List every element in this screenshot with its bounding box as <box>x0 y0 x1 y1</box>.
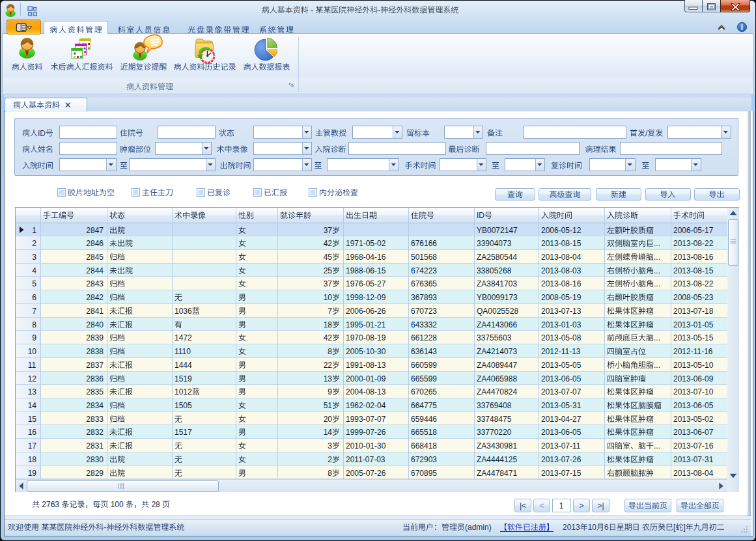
svg-text:ZA4143066: ZA4143066 <box>477 320 517 329</box>
svg-text:2763: 2763 <box>42 500 59 509</box>
svg-text:[: [ <box>673 523 676 532</box>
svg-text:14: 14 <box>324 428 333 437</box>
svg-text:20: 20 <box>324 415 333 424</box>
svg-text:2836: 2836 <box>86 374 104 383</box>
svg-text:ZA4478471: ZA4478471 <box>477 469 517 478</box>
svg-text:2841: 2841 <box>86 307 104 316</box>
svg-text:6: 6 <box>32 293 36 302</box>
svg-text:2000-01-09: 2000-01-09 <box>346 374 386 383</box>
svg-text:636143: 636143 <box>411 347 437 356</box>
svg-text:14: 14 <box>28 401 37 410</box>
svg-text:ID: ID <box>477 211 484 220</box>
svg-text:2013-07-18: 2013-07-18 <box>673 307 714 316</box>
svg-text:22: 22 <box>324 361 333 370</box>
svg-text:2013-01-03: 2013-01-03 <box>541 320 581 329</box>
svg-text:1999-07-26: 1999-07-26 <box>346 428 386 437</box>
svg-text:...: ... <box>654 266 660 275</box>
svg-text:33748475: 33748475 <box>477 415 512 424</box>
svg-text:...: ... <box>654 361 660 370</box>
svg-text:1519: 1519 <box>175 374 192 383</box>
svg-text:661228: 661228 <box>411 333 437 342</box>
svg-text:-: - <box>378 6 380 15</box>
svg-text:2837: 2837 <box>86 361 104 370</box>
svg-text:2847: 2847 <box>86 226 104 235</box>
svg-text:2004-08-13: 2004-08-13 <box>346 387 386 396</box>
svg-text:33755603: 33755603 <box>477 333 512 342</box>
svg-text:/: / <box>645 129 648 138</box>
svg-text:1012: 1012 <box>175 387 192 396</box>
svg-text:2013-05-15: 2013-05-15 <box>673 333 714 342</box>
svg-text:2006-05-17: 2006-05-17 <box>673 226 714 235</box>
svg-text:2005-07-26: 2005-07-26 <box>346 469 386 478</box>
svg-text:8: 8 <box>328 347 332 356</box>
svg-text:]: ] <box>683 523 685 532</box>
svg-text:7: 7 <box>328 307 332 316</box>
svg-text:2013-06-05: 2013-06-05 <box>541 428 581 437</box>
svg-text:2013-08-15: 2013-08-15 <box>673 266 714 275</box>
svg-text:2833: 2833 <box>86 415 104 424</box>
svg-text:100: 100 <box>111 500 124 509</box>
svg-text:659446: 659446 <box>411 415 437 424</box>
svg-text:4: 4 <box>32 266 36 275</box>
svg-text:2012-11-13: 2012-11-13 <box>541 347 581 356</box>
svg-text:672903: 672903 <box>411 455 437 464</box>
svg-text:YB0072147: YB0072147 <box>477 226 518 235</box>
svg-text:2830: 2830 <box>86 455 104 464</box>
svg-text:670265: 670265 <box>411 387 437 396</box>
svg-text:1505: 1505 <box>175 401 192 410</box>
svg-text:2013-05-02: 2013-05-02 <box>673 415 714 424</box>
svg-text:2013-05-08: 2013-05-08 <box>541 333 581 342</box>
svg-text:2006-06-26: 2006-06-26 <box>346 307 386 316</box>
svg-text:ZA4470824: ZA4470824 <box>477 387 517 396</box>
svg-text:1991-08-13: 1991-08-13 <box>346 361 386 370</box>
svg-text:1993-07-07: 1993-07-07 <box>346 415 386 424</box>
svg-text:2835: 2835 <box>86 387 104 396</box>
svg-text:2013-08-04: 2013-08-04 <box>541 253 581 262</box>
svg-text:-: - <box>104 523 106 532</box>
svg-text:2845: 2845 <box>86 253 104 262</box>
svg-text:2834: 2834 <box>86 401 104 410</box>
svg-text:1: 1 <box>32 226 36 235</box>
svg-text:2013-08-04: 2013-08-04 <box>673 469 714 478</box>
svg-text:2832: 2832 <box>86 428 104 437</box>
svg-text:2011-07-03: 2011-07-03 <box>346 455 385 464</box>
svg-text:1998-12-09: 1998-12-09 <box>346 293 386 302</box>
svg-text:670895: 670895 <box>411 469 437 478</box>
svg-text:...: ... <box>654 333 660 342</box>
svg-text:670723: 670723 <box>411 307 437 316</box>
svg-text:664775: 664775 <box>411 401 437 410</box>
svg-text:2013-07-16: 2013-07-16 <box>673 441 714 451</box>
svg-text:|<: |< <box>520 501 526 510</box>
svg-text:QA0025528: QA0025528 <box>477 307 518 316</box>
svg-text:2013-07-10: 2013-07-10 <box>673 387 714 396</box>
svg-text:8: 8 <box>32 320 36 329</box>
svg-text:2013-07-13: 2013-07-13 <box>541 307 581 316</box>
svg-text:1971-05-02: 1971-05-02 <box>346 239 386 248</box>
svg-text:...: ... <box>654 239 660 248</box>
svg-text:<: < <box>540 501 544 510</box>
svg-text:2: 2 <box>32 239 36 248</box>
svg-text:1472: 1472 <box>175 333 192 342</box>
svg-text:2013-07-26: 2013-07-26 <box>541 455 581 464</box>
svg-text:2013-08-22: 2013-08-22 <box>673 279 714 288</box>
svg-text:6: 6 <box>604 523 609 532</box>
svg-text:12: 12 <box>28 374 37 383</box>
svg-text:13: 13 <box>28 387 37 396</box>
svg-text:1110: 1110 <box>175 347 191 356</box>
svg-text:2013-08-15: 2013-08-15 <box>541 239 581 248</box>
svg-text:1976-05-27: 1976-05-27 <box>346 279 386 288</box>
svg-text:2013-07-07: 2013-07-07 <box>541 387 581 396</box>
svg-text:2005-10-30: 2005-10-30 <box>346 347 386 356</box>
svg-text:18: 18 <box>28 455 37 464</box>
svg-text:2013-06-05: 2013-06-05 <box>673 401 714 410</box>
svg-text:33904073: 33904073 <box>477 239 512 248</box>
svg-text:2839: 2839 <box>86 333 104 342</box>
svg-text:10: 10 <box>588 523 597 532</box>
svg-text:i: i <box>741 23 743 32</box>
svg-text:2013-06-05: 2013-06-05 <box>541 374 581 383</box>
svg-text:665599: 665599 <box>411 374 437 383</box>
svg-text:2013-07-31: 2013-07-31 <box>673 455 714 464</box>
svg-text:2013-08-22: 2013-08-22 <box>673 239 714 248</box>
svg-text:17: 17 <box>28 441 37 451</box>
svg-text:42: 42 <box>324 239 333 248</box>
